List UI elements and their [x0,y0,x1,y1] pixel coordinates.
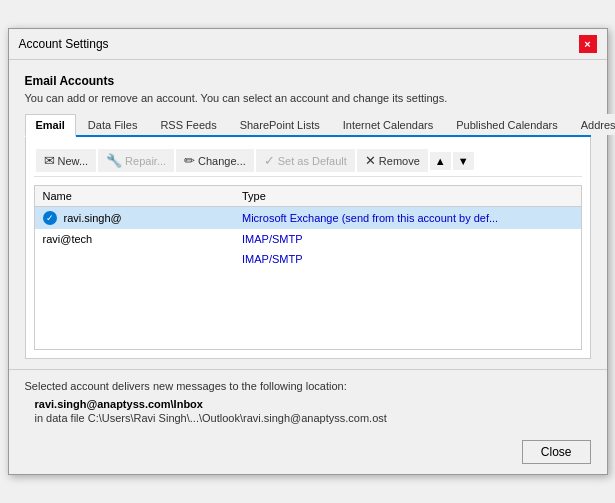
email-tab-panel: ✉ New... 🔧 Repair... ✏ Change... ✓ Set a… [25,137,591,359]
accounts-table: Name Type ✓ ravi.singh@ Microsoft Exchan… [34,185,582,350]
account-type-cell: Microsoft Exchange (send from this accou… [234,207,581,230]
set-default-button[interactable]: ✓ Set as Default [256,149,355,172]
change-label: Change... [198,155,246,167]
col-header-name: Name [34,186,234,207]
new-button[interactable]: ✉ New... [36,149,97,172]
account-name-cell [34,249,234,269]
default-account-icon: ✓ [43,211,57,225]
remove-button[interactable]: ✕ Remove [357,149,428,172]
tab-rss-feeds[interactable]: RSS Feeds [149,114,227,135]
section-title: Email Accounts [25,74,591,88]
tab-bar: Email Data Files RSS Feeds SharePoint Li… [25,114,591,137]
set-default-icon: ✓ [264,153,275,168]
repair-icon: 🔧 [106,153,122,168]
footer-buttons: Close [9,432,607,474]
section-desc: You can add or remove an account. You ca… [25,92,591,104]
close-button[interactable]: Close [522,440,591,464]
col-header-type: Type [234,186,581,207]
account-name-cell: ravi@tech [34,229,234,249]
new-icon: ✉ [44,153,55,168]
repair-label: Repair... [125,155,166,167]
table-row[interactable]: ✓ ravi.singh@ Microsoft Exchange (send f… [34,207,581,230]
table-row[interactable]: IMAP/SMTP [34,249,581,269]
info-label: Selected account delivers new messages t… [25,380,591,392]
tab-address-books[interactable]: Address Books [570,114,615,135]
account-toolbar: ✉ New... 🔧 Repair... ✏ Change... ✓ Set a… [34,145,582,177]
tab-data-files[interactable]: Data Files [77,114,149,135]
change-icon: ✏ [184,153,195,168]
dialog-title: Account Settings [19,37,109,51]
tab-internet-calendars[interactable]: Internet Calendars [332,114,445,135]
inbox-path: ravi.singh@anaptyss.com\Inbox [35,398,591,410]
account-settings-dialog: Account Settings × Email Accounts You ca… [8,28,608,475]
table-row[interactable]: ravi@tech IMAP/SMTP [34,229,581,249]
set-default-label: Set as Default [278,155,347,167]
account-name: ravi.singh@ [64,212,122,224]
account-name-cell: ✓ ravi.singh@ [34,207,234,230]
tab-sharepoint[interactable]: SharePoint Lists [229,114,331,135]
new-label: New... [58,155,89,167]
bottom-info: Selected account delivers new messages t… [9,369,607,432]
change-button[interactable]: ✏ Change... [176,149,254,172]
empty-row [34,269,581,349]
account-type-cell: IMAP/SMTP [234,229,581,249]
main-content: Email Accounts You can add or remove an … [9,60,607,369]
repair-button[interactable]: 🔧 Repair... [98,149,174,172]
data-path: in data file C:\Users\Ravi Singh\...\Out… [35,412,591,424]
account-type-cell: IMAP/SMTP [234,249,581,269]
title-close-button[interactable]: × [579,35,597,53]
move-down-button[interactable]: ▼ [453,152,474,170]
title-bar: Account Settings × [9,29,607,60]
remove-icon: ✕ [365,153,376,168]
tab-email[interactable]: Email [25,114,76,137]
move-up-button[interactable]: ▲ [430,152,451,170]
tab-published-calendars[interactable]: Published Calendars [445,114,569,135]
account-name-with-icon: ✓ ravi.singh@ [43,211,122,225]
remove-label: Remove [379,155,420,167]
